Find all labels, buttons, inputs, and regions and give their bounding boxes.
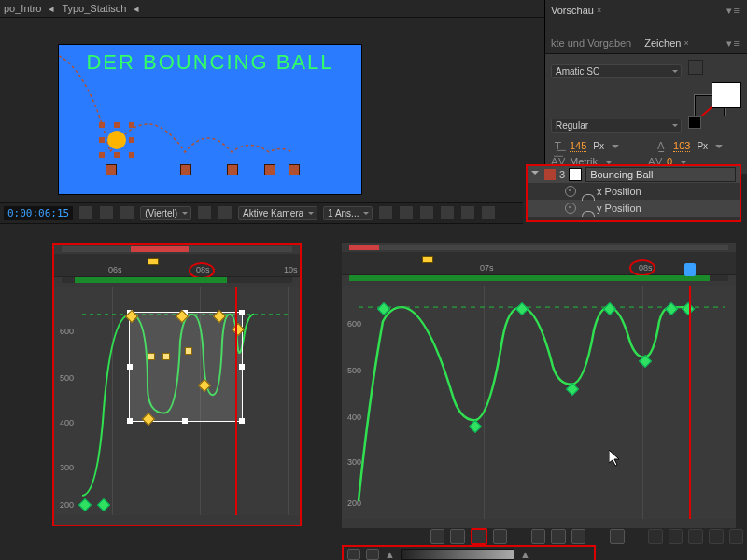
easy-ease-icon[interactable] xyxy=(688,529,703,544)
value-curve xyxy=(342,286,736,519)
edit-keyframe-icon[interactable] xyxy=(648,529,663,544)
character-label: Zeichen xyxy=(644,37,681,49)
effects-label: kte und Vorgaben xyxy=(551,37,631,49)
keyframe-marker[interactable] xyxy=(106,164,117,175)
color-swatches[interactable] xyxy=(700,82,741,116)
reset-exposure-icon[interactable] xyxy=(460,205,475,220)
modes-icon[interactable] xyxy=(366,549,379,560)
current-timecode[interactable]: 0;00;06;15 xyxy=(4,206,73,220)
motion-path xyxy=(59,45,361,194)
property-row-x[interactable]: x Position xyxy=(528,183,740,200)
graph-icon xyxy=(582,203,593,213)
tab-intro[interactable]: po_Intro xyxy=(4,3,41,14)
keyframe-marker[interactable] xyxy=(227,164,238,175)
ruler-tick: 07s xyxy=(480,263,494,273)
font-family-dropdown[interactable]: Amatic SC xyxy=(551,64,682,78)
cti-head-icon[interactable] xyxy=(684,263,696,276)
layer-name-field[interactable]: Bouncing Ball xyxy=(585,167,736,182)
layer-color-swatch[interactable] xyxy=(544,169,556,180)
unit: Px xyxy=(697,141,708,151)
resolution-dropdown[interactable]: (Viertel) xyxy=(140,206,191,220)
easy-ease-out-icon[interactable] xyxy=(729,529,744,544)
playhead[interactable] xyxy=(235,287,237,515)
stopwatch-icon[interactable] xyxy=(565,186,576,197)
layer-panel: 3 Bouncing Ball x Position y Position xyxy=(526,164,741,222)
font-size-icon: T͟ xyxy=(551,140,564,152)
zoom-slider-bar: ▲ ▲ xyxy=(342,545,596,560)
time-ruler[interactable]: 07s 08s xyxy=(342,252,736,275)
keyframe-marker[interactable] xyxy=(180,164,191,175)
graph-editor-right[interactable]: 07s 08s 600 500 400 300 200 xyxy=(342,243,736,528)
mask-icon[interactable] xyxy=(120,205,134,220)
graph-editors: 06s 08s 10s 600 500 400 300 200 xyxy=(0,230,747,560)
fit-all-icon[interactable] xyxy=(571,529,586,544)
zoom-slider[interactable] xyxy=(401,549,514,560)
chevron-down-icon: ◂ xyxy=(49,3,54,15)
eye-icon[interactable] xyxy=(430,529,445,544)
panel-menu-icon[interactable]: ▾≡ xyxy=(726,37,741,49)
graph-editor-left[interactable]: 06s 08s 10s 600 500 400 300 200 xyxy=(52,243,302,526)
cti-indicator[interactable] xyxy=(422,256,433,263)
fast-preview-icon[interactable] xyxy=(399,205,414,220)
time-ruler[interactable]: 06s 08s 10s xyxy=(54,254,300,277)
chevron-down-icon: ◂ xyxy=(134,3,139,15)
swap-colors-icon[interactable] xyxy=(688,116,701,129)
work-area-bar[interactable] xyxy=(62,246,292,252)
panel-menu-icon[interactable]: ▾≡ xyxy=(726,5,741,17)
layer-index: 3 xyxy=(559,169,565,180)
marquee-selection[interactable] xyxy=(129,312,243,422)
effects-panel-tab[interactable]: kte und Vorgaben Zeichen× ▾≡ xyxy=(545,33,747,54)
keyframe-marker[interactable] xyxy=(264,164,275,175)
layer-ball[interactable] xyxy=(101,124,133,156)
fit-icon[interactable] xyxy=(551,529,566,544)
font-size-field[interactable]: 145 xyxy=(570,140,586,152)
bezier-handle[interactable] xyxy=(148,353,155,360)
prop-y-label: y Position xyxy=(597,203,641,214)
tab-typo[interactable]: Typo_Statisch xyxy=(62,3,126,14)
transparency-grid-icon[interactable] xyxy=(218,205,233,220)
cti-indicator[interactable] xyxy=(148,258,159,265)
separate-dims-icon[interactable] xyxy=(610,529,625,544)
viewer-toolbar: 0;00;06;15 (Viertel) Aktive Kamera 1 Ans… xyxy=(0,202,523,224)
unit: Px xyxy=(593,141,604,151)
ruler-tick: 06s xyxy=(108,265,122,274)
convert-keyframe-icon[interactable] xyxy=(669,529,684,544)
preview-label: Vorschau xyxy=(551,5,594,16)
channel-icon[interactable] xyxy=(99,205,114,220)
font-style-dropdown[interactable]: Regular xyxy=(551,119,682,133)
playhead[interactable] xyxy=(689,286,691,519)
roi-icon[interactable] xyxy=(197,205,212,220)
switches-icon[interactable] xyxy=(347,549,360,560)
timeline-icon[interactable] xyxy=(419,205,434,220)
graph-type-icon[interactable] xyxy=(450,529,465,544)
work-area-bar[interactable] xyxy=(349,245,728,250)
zoom-icon[interactable] xyxy=(531,529,546,544)
camera-dropdown[interactable]: Aktive Kamera xyxy=(238,206,317,220)
leading-icon: A̲ xyxy=(655,140,668,152)
keyframe-marker[interactable] xyxy=(289,164,300,175)
property-row-y[interactable]: y Position xyxy=(528,200,740,217)
character-panel: Amatic SC Regular T͟ 145Px A̲ 103Px A͞V … xyxy=(545,54,747,174)
views-dropdown[interactable]: 1 Ans... xyxy=(323,206,373,220)
flowchart-icon[interactable] xyxy=(440,205,455,220)
graph-plot[interactable]: 600 500 400 300 200 xyxy=(342,286,736,519)
easy-ease-in-icon[interactable] xyxy=(709,529,724,544)
graph-plot[interactable]: 600 500 400 300 200 xyxy=(54,287,300,515)
exposure-icon[interactable] xyxy=(481,205,496,220)
show-graph-editor-icon[interactable] xyxy=(471,528,487,545)
bezier-handle[interactable] xyxy=(185,347,192,355)
leading-field[interactable]: 103 xyxy=(673,140,690,152)
bezier-handle[interactable] xyxy=(162,353,170,360)
snapshot-icon[interactable] xyxy=(78,205,93,220)
twirl-icon[interactable] xyxy=(531,171,539,178)
viewport[interactable]: DER BOUNCING BALL xyxy=(58,44,362,195)
pixel-aspect-icon[interactable] xyxy=(378,205,393,220)
eyedropper-icon[interactable] xyxy=(688,60,703,75)
graph-icon xyxy=(582,187,593,196)
snap-icon[interactable] xyxy=(493,529,508,544)
annotation-circle xyxy=(629,259,655,276)
preview-panel-tab[interactable]: Vorschau× ▾≡ xyxy=(545,0,747,21)
stopwatch-icon[interactable] xyxy=(565,203,576,214)
layer-row[interactable]: 3 Bouncing Ball xyxy=(528,166,740,183)
graph-editor-toolbar: ▲ ▲ xyxy=(342,528,747,560)
